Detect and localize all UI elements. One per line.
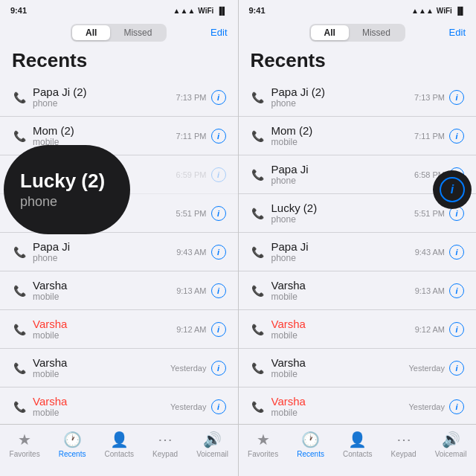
call-phone-icon: 📞: [251, 246, 264, 258]
call-time: 9:13 AM: [415, 286, 445, 295]
edit-button-right[interactable]: Edit: [449, 27, 466, 38]
call-info: Papa Ji (2) phone: [33, 86, 176, 109]
tab-keypad[interactable]: ⋯ Keypad: [152, 431, 178, 458]
info-button[interactable]: i: [449, 399, 464, 414]
segment-group-left: All Missed: [71, 24, 167, 42]
call-info: Papa Ji phone: [271, 163, 415, 186]
segment-missed-right[interactable]: Missed: [349, 25, 404, 40]
tab-favorites[interactable]: ★ Favorites: [10, 431, 40, 458]
call-phone-icon: 📞: [251, 130, 264, 142]
page-title-right: Recents: [239, 46, 477, 78]
info-button[interactable]: i: [211, 206, 226, 221]
call-meta: 9:12 AM i: [176, 322, 225, 337]
segment-bar-left: All Missed Edit: [0, 21, 238, 46]
call-type: mobile: [271, 137, 415, 147]
call-item[interactable]: 📞 Varsha mobile Yesterday i: [0, 349, 238, 387]
call-time: Yesterday: [170, 364, 207, 373]
info-button[interactable]: i: [211, 167, 226, 182]
call-info: Lucky (2) phone: [271, 202, 415, 225]
call-item[interactable]: 📞 Varsha mobile Yesterday i: [239, 387, 477, 424]
info-button[interactable]: i: [449, 129, 464, 144]
call-time: 9:13 AM: [176, 286, 206, 295]
call-info: Varsha mobile: [33, 318, 176, 341]
info-button[interactable]: i: [211, 129, 226, 144]
info-button[interactable]: i: [449, 283, 464, 298]
tab-contacts[interactable]: 👤 Contacts: [343, 431, 372, 458]
call-info: Mom (2) mobile: [271, 124, 415, 147]
call-meta: 5:51 PM i: [176, 206, 226, 221]
call-time: Yesterday: [408, 364, 445, 373]
contacts-icon: 👤: [348, 431, 367, 448]
tab-label: Contacts: [343, 450, 372, 458]
call-time: 7:11 PM: [176, 132, 207, 141]
tab-recents[interactable]: 🕐 Recents: [297, 431, 324, 458]
battery-icon: ▐▌: [216, 7, 227, 15]
call-item[interactable]: 📞 Varsha mobile Yesterday i: [239, 349, 477, 387]
call-item[interactable]: 📞 Varsha mobile 9:13 AM i: [0, 271, 238, 310]
call-info: Papa Ji (2) phone: [271, 86, 415, 109]
tab-favorites[interactable]: ★ Favorites: [248, 431, 278, 458]
page-title-left: Recents: [0, 46, 238, 78]
info-button[interactable]: i: [449, 90, 464, 105]
info-button[interactable]: i: [449, 322, 464, 337]
call-type: phone: [33, 98, 176, 109]
call-phone-missed-icon: 📞: [251, 401, 264, 413]
info-button[interactable]: i: [211, 361, 226, 376]
tab-recents[interactable]: 🕐 Recents: [59, 431, 86, 458]
voicemail-icon: 🔊: [203, 431, 222, 448]
call-item[interactable]: 📞 Papa Ji phone 9:43 AM i: [239, 233, 477, 271]
call-meta: Yesterday i: [408, 399, 464, 414]
call-meta: 9:12 AM i: [415, 322, 464, 337]
tooltip-contact-type: phone: [20, 194, 130, 210]
call-item[interactable]: 📞 Varsha mobile Yesterday i: [0, 387, 238, 424]
call-meta: 7:13 PM i: [414, 90, 464, 105]
segment-missed-left[interactable]: Missed: [110, 25, 165, 40]
call-item[interactable]: 📞 Varsha mobile 9:13 AM i: [239, 271, 477, 310]
info-button[interactable]: i: [211, 399, 226, 414]
info-button[interactable]: i: [211, 90, 226, 105]
call-meta: Yesterday i: [170, 399, 226, 414]
call-item[interactable]: 📞 Papa Ji (2) phone 7:13 PM i: [239, 78, 477, 117]
call-type: mobile: [33, 330, 176, 341]
call-type: mobile: [33, 408, 170, 418]
call-type: phone: [271, 253, 415, 263]
call-time: Yesterday: [408, 402, 445, 411]
call-type: phone: [271, 176, 415, 186]
info-button[interactable]: i: [211, 283, 226, 298]
info-button[interactable]: i: [449, 245, 464, 260]
call-time: 9:43 AM: [176, 248, 206, 257]
call-meta: 9:43 AM i: [415, 245, 464, 260]
call-item[interactable]: 📞 Varsha mobile 9:12 AM i: [0, 310, 238, 349]
status-time-right: 9:41: [249, 6, 266, 15]
call-name: Varsha: [33, 395, 170, 408]
call-time: 9:43 AM: [415, 248, 445, 257]
call-meta: Yesterday i: [170, 361, 226, 376]
edit-button-left[interactable]: Edit: [210, 27, 227, 38]
call-name: Varsha: [271, 279, 415, 292]
segment-all-right[interactable]: All: [311, 25, 349, 40]
info-button[interactable]: i: [211, 322, 226, 337]
info-overlay-button[interactable]: i: [440, 177, 465, 202]
tab-keypad[interactable]: ⋯ Keypad: [391, 431, 416, 458]
call-meta: 9:13 AM i: [415, 283, 464, 298]
info-button[interactable]: i: [211, 245, 226, 260]
call-item[interactable]: 📞 Papa Ji phone 9:43 AM i: [0, 233, 238, 271]
call-type: mobile: [271, 369, 409, 379]
call-item[interactable]: 📞 Papa Ji (2) phone 7:13 PM i: [0, 78, 238, 117]
info-button[interactable]: i: [449, 361, 464, 376]
call-item[interactable]: 📞 Varsha mobile 9:12 AM i: [239, 310, 477, 349]
tab-voicemail[interactable]: 🔊 Voicemail: [435, 431, 467, 458]
tab-voicemail[interactable]: 🔊 Voicemail: [196, 431, 228, 458]
call-info: Varsha mobile: [271, 318, 415, 341]
segment-bar-right: All Missed Edit: [239, 21, 477, 46]
tab-contacts[interactable]: 👤 Contacts: [105, 431, 134, 458]
call-type: mobile: [271, 408, 409, 418]
call-name: Papa Ji: [271, 240, 415, 253]
call-phone-icon: 📞: [251, 362, 264, 374]
tab-bar-left: ★ Favorites 🕐 Recents 👤 Contacts ⋯ Keypa…: [0, 424, 238, 476]
call-name: Lucky (2): [271, 202, 415, 214]
segment-all-left[interactable]: All: [72, 25, 110, 40]
call-phone-icon: 📞: [251, 169, 264, 181]
left-panel: 9:41 ▲▲▲ WiFi ▐▌ All Missed Edit Recents…: [0, 0, 238, 476]
call-item[interactable]: 📞 Mom (2) mobile 7:11 PM i: [239, 117, 477, 155]
